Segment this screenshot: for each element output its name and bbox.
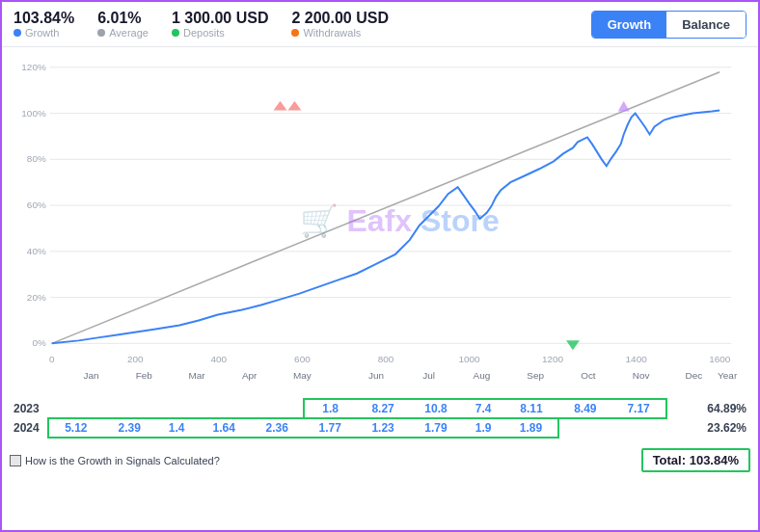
2023-jul: 8.27 <box>357 399 410 418</box>
2024-jan: 5.12 <box>48 418 103 438</box>
2024-nov <box>558 418 611 438</box>
chart-svg: 120% 100% 80% 60% 40% 20% 0% 0 200 400 6… <box>2 47 758 394</box>
svg-text:100%: 100% <box>21 108 46 119</box>
average-label: Average <box>97 27 149 39</box>
view-toggle[interactable]: Growth Balance <box>591 11 746 39</box>
svg-text:Sep: Sep <box>527 370 544 381</box>
svg-text:800: 800 <box>378 354 394 364</box>
svg-marker-37 <box>274 101 287 111</box>
svg-text:40%: 40% <box>27 246 46 256</box>
2023-oct: 8.11 <box>504 399 559 418</box>
svg-text:Mar: Mar <box>188 370 205 381</box>
2024-aug: 1.79 <box>410 418 463 438</box>
2023-dec: 7.17 <box>611 399 666 418</box>
withdrawals-label: Withdrawals <box>291 27 389 39</box>
2023-mar <box>156 399 198 418</box>
table-row-2024: 2024 5.12 2.39 1.4 1.64 2.36 1.77 1.23 1… <box>10 418 750 438</box>
growth-dot <box>14 29 21 37</box>
svg-marker-39 <box>566 340 580 350</box>
2023-may <box>251 399 304 418</box>
svg-text:Jan: Jan <box>84 370 99 381</box>
svg-text:0%: 0% <box>32 337 46 348</box>
chart-area: 120% 100% 80% 60% 40% 20% 0% 0 200 400 6… <box>2 47 758 394</box>
svg-text:1400: 1400 <box>626 354 648 364</box>
growth-button[interactable]: Growth <box>592 12 667 38</box>
svg-line-36 <box>52 72 719 344</box>
2024-mar: 1.4 <box>156 418 198 438</box>
growth-value: 103.84% <box>14 10 74 27</box>
svg-text:Feb: Feb <box>136 370 153 381</box>
deposits-value: 1 300.00 USD <box>172 10 269 27</box>
2023-aug: 10.8 <box>410 399 463 418</box>
svg-text:400: 400 <box>211 354 228 364</box>
2024-oct: 1.89 <box>504 418 559 438</box>
total-value: 103.84% <box>690 453 739 467</box>
2024-may: 2.36 <box>251 418 304 438</box>
svg-text:80%: 80% <box>27 153 46 164</box>
svg-marker-38 <box>287 101 301 111</box>
svg-text:200: 200 <box>127 354 144 364</box>
svg-text:1000: 1000 <box>458 354 480 364</box>
total-label: Total: <box>653 453 686 467</box>
2023-nov: 8.49 <box>558 399 611 418</box>
svg-text:Jul: Jul <box>422 370 435 381</box>
total-badge: Total: 103.84% <box>641 448 750 472</box>
svg-text:1200: 1200 <box>542 354 564 364</box>
2023-jan <box>48 399 103 418</box>
2023-feb <box>103 399 156 418</box>
checkbox-icon[interactable] <box>10 455 21 466</box>
2024-jul: 1.23 <box>357 418 410 438</box>
stat-withdrawals: 2 200.00 USD Withdrawals <box>291 10 389 39</box>
svg-text:Apr: Apr <box>242 370 258 381</box>
average-value: 6.01% <box>97 10 149 27</box>
stat-growth: 103.84% Growth <box>14 10 74 39</box>
2024-apr: 1.64 <box>198 418 251 438</box>
2024-feb: 2.39 <box>103 418 156 438</box>
2023-sep: 7.4 <box>462 399 503 418</box>
average-dot <box>97 29 105 37</box>
stat-average: 6.01% Average <box>97 10 149 39</box>
growth-question[interactable]: How is the Growth in Signals Calculated? <box>10 455 220 466</box>
withdrawals-value: 2 200.00 USD <box>291 10 389 27</box>
2024-total: 23.62% <box>666 418 750 438</box>
balance-button[interactable]: Balance <box>666 12 746 38</box>
svg-text:Oct: Oct <box>581 370 596 381</box>
svg-text:Dec: Dec <box>685 370 702 381</box>
svg-text:600: 600 <box>294 354 311 364</box>
table-section: 2023 1.8 8.27 10.8 7.4 8.11 8.49 7.17 64… <box>2 394 758 442</box>
2024-sep: 1.9 <box>462 418 503 438</box>
year-2024-label: 2024 <box>10 418 48 438</box>
svg-text:Aug: Aug <box>474 370 491 381</box>
svg-text:Nov: Nov <box>633 370 650 381</box>
deposits-dot <box>172 29 179 37</box>
withdrawals-dot <box>291 29 299 37</box>
2023-jun: 1.8 <box>304 399 357 418</box>
2024-jun: 1.77 <box>304 418 357 438</box>
svg-marker-40 <box>618 101 630 112</box>
2023-apr <box>198 399 251 418</box>
svg-text:Jun: Jun <box>368 370 384 381</box>
question-text: How is the Growth in Signals Calculated? <box>25 455 220 466</box>
table-row-2023: 2023 1.8 8.27 10.8 7.4 8.11 8.49 7.17 64… <box>10 399 750 418</box>
years-table: 2023 1.8 8.27 10.8 7.4 8.11 8.49 7.17 64… <box>10 398 750 439</box>
stat-deposits: 1 300.00 USD Deposits <box>172 10 269 39</box>
svg-text:1600: 1600 <box>709 354 731 364</box>
header: 103.84% Growth 6.01% Average 1 300.00 US… <box>2 2 758 47</box>
year-2023-label: 2023 <box>10 399 48 418</box>
2024-dec <box>611 418 666 438</box>
2023-total: 64.89% <box>666 399 750 418</box>
svg-text:20%: 20% <box>27 292 46 303</box>
svg-text:60%: 60% <box>27 200 46 210</box>
svg-text:May: May <box>293 370 312 381</box>
deposits-label: Deposits <box>172 27 269 39</box>
growth-label: Growth <box>14 27 74 39</box>
svg-text:Year: Year <box>718 370 738 381</box>
footer: How is the Growth in Signals Calculated?… <box>2 444 758 476</box>
svg-text:0: 0 <box>49 354 55 364</box>
svg-text:120%: 120% <box>21 62 46 72</box>
